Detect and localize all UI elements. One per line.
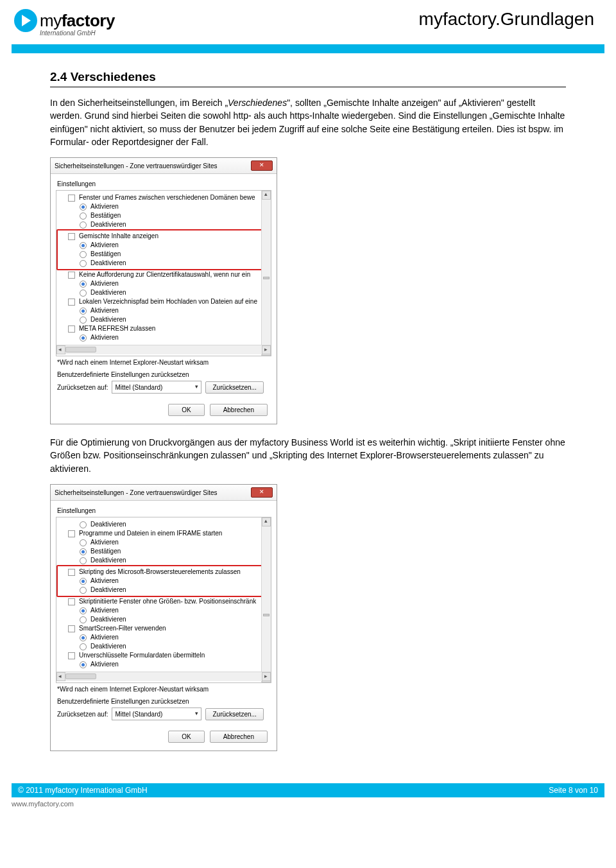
radio-icon[interactable] bbox=[80, 242, 87, 249]
radio-option[interactable]: Deaktivieren bbox=[80, 642, 268, 651]
intro-paragraph-2: Für die Optimierung von Druckvorgängen a… bbox=[50, 436, 566, 475]
tree-item[interactable]: Skriptinitiierte Fenster ohne Größen- bz… bbox=[68, 597, 268, 606]
checkbox-icon[interactable] bbox=[68, 625, 75, 632]
checkbox-icon[interactable] bbox=[68, 195, 75, 202]
radio-option[interactable]: Aktivieren bbox=[80, 333, 268, 342]
reset-combo[interactable]: Mittel (Standard) bbox=[112, 707, 201, 720]
settings-tree[interactable]: Fenster und Frames zwischen verschiedene… bbox=[56, 190, 271, 356]
ok-button[interactable]: OK bbox=[168, 404, 204, 416]
reset-label: Zurücksetzen auf: bbox=[57, 384, 108, 391]
radio-icon[interactable] bbox=[80, 221, 87, 229]
tree-item[interactable]: Keine Aufforderung zur Clientzertifikata… bbox=[68, 270, 268, 279]
radio-option[interactable]: Deaktivieren bbox=[80, 259, 268, 268]
content: 2.4 Verschiedenes In den Sicherheitseins… bbox=[0, 53, 616, 776]
reset-label: Zurücksetzen auf: bbox=[57, 711, 108, 718]
radio-option[interactable]: Aktivieren bbox=[80, 660, 268, 669]
tree-item[interactable]: Unverschlüsselte Formulardaten übermitte… bbox=[68, 651, 268, 660]
close-icon[interactable] bbox=[251, 487, 273, 498]
radio-option[interactable]: Aktivieren bbox=[80, 606, 268, 615]
radio-option[interactable]: Deaktivieren bbox=[80, 315, 268, 324]
radio-icon[interactable] bbox=[80, 308, 87, 315]
cancel-button[interactable]: Abbrechen bbox=[210, 404, 268, 416]
intro-paragraph-1: In den Sicherheitseinstellungen, im Bere… bbox=[50, 96, 566, 148]
scrollbar-vertical[interactable] bbox=[261, 517, 271, 682]
scrollbar-horizontal[interactable] bbox=[56, 672, 271, 681]
radio-icon[interactable] bbox=[80, 213, 87, 220]
ok-button[interactable]: OK bbox=[168, 731, 204, 743]
reset-combo[interactable]: Mittel (Standard) bbox=[112, 381, 201, 394]
radio-option[interactable]: Aktivieren bbox=[80, 633, 268, 642]
scrollbar-vertical[interactable] bbox=[261, 191, 271, 356]
checkbox-icon[interactable] bbox=[68, 299, 75, 306]
checkbox-icon[interactable] bbox=[68, 530, 75, 537]
dialog-title: Sicherheitseinstellungen - Zone vertraue… bbox=[55, 162, 217, 169]
close-icon[interactable] bbox=[251, 161, 273, 171]
checkbox-icon[interactable] bbox=[68, 652, 75, 659]
radio-option[interactable]: Deaktivieren bbox=[80, 615, 268, 624]
settings-tree[interactable]: Deaktivieren Programme und Dateien in ei… bbox=[56, 517, 271, 683]
tree-item[interactable]: META REFRESH zulassen bbox=[68, 324, 268, 333]
settings-group-label: Einstellungen bbox=[57, 507, 271, 514]
radio-icon[interactable] bbox=[80, 607, 87, 614]
restart-hint: *Wird nach einem Internet Explorer-Neust… bbox=[57, 686, 270, 693]
radio-option[interactable]: Aktivieren bbox=[80, 538, 268, 547]
radio-option[interactable]: Aktivieren bbox=[80, 577, 268, 586]
reset-button[interactable]: Zurücksetzen... bbox=[205, 381, 263, 394]
radio-icon[interactable] bbox=[80, 548, 87, 555]
radio-option[interactable]: Bestätigen bbox=[80, 250, 268, 259]
radio-icon[interactable] bbox=[80, 634, 87, 641]
tree-item[interactable]: Gemischte Inhalte anzeigen bbox=[68, 232, 268, 241]
radio-option[interactable]: Bestätigen bbox=[80, 547, 268, 556]
footer-url: www.myfactory.com bbox=[12, 800, 604, 808]
cancel-button[interactable]: Abbrechen bbox=[210, 731, 268, 743]
radio-option[interactable]: Aktivieren bbox=[80, 241, 268, 250]
checkbox-icon[interactable] bbox=[68, 598, 75, 605]
radio-option[interactable]: Deaktivieren bbox=[80, 520, 268, 529]
brand-text: myfactory bbox=[40, 11, 115, 31]
radio-option[interactable]: Deaktivieren bbox=[80, 288, 268, 297]
highlighted-setting: Skripting des Microsoft-Browsersteuerele… bbox=[56, 565, 270, 597]
reset-group-label: Benutzerdefinierte Einstellungen zurücks… bbox=[57, 371, 271, 378]
radio-icon[interactable] bbox=[80, 587, 87, 594]
tree-item[interactable]: Programme und Dateien in einem IFRAME st… bbox=[68, 529, 268, 538]
tree-item[interactable]: SmartScreen-Filter verwenden bbox=[68, 624, 268, 633]
checkbox-icon[interactable] bbox=[68, 326, 75, 333]
radio-icon[interactable] bbox=[80, 557, 87, 564]
radio-option[interactable]: Deaktivieren bbox=[80, 220, 268, 229]
reset-button[interactable]: Zurücksetzen... bbox=[205, 708, 263, 720]
radio-icon[interactable] bbox=[80, 204, 87, 211]
radio-icon[interactable] bbox=[80, 281, 87, 288]
tree-item[interactable]: Fenster und Frames zwischen verschiedene… bbox=[68, 193, 268, 202]
tree-item[interactable]: Skripting des Microsoft-Browsersteuerele… bbox=[68, 568, 268, 577]
radio-icon[interactable] bbox=[80, 260, 87, 267]
radio-icon[interactable] bbox=[80, 334, 87, 342]
page-title: myfactory.Grundlagen bbox=[419, 9, 594, 30]
radio-icon[interactable] bbox=[80, 539, 87, 546]
radio-option[interactable]: Aktivieren bbox=[80, 306, 268, 315]
radio-icon[interactable] bbox=[80, 661, 87, 668]
radio-icon[interactable] bbox=[80, 317, 87, 324]
radio-option[interactable]: Deaktivieren bbox=[80, 586, 268, 595]
radio-icon[interactable] bbox=[80, 251, 87, 258]
security-dialog-2: Sicherheitseinstellungen - Zone vertraue… bbox=[50, 484, 277, 751]
radio-icon[interactable] bbox=[80, 643, 87, 650]
footer-copyright: © 2011 myfactory International GmbH bbox=[18, 786, 148, 795]
radio-option[interactable]: Deaktivieren bbox=[80, 556, 268, 565]
checkbox-icon[interactable] bbox=[68, 233, 75, 240]
radio-icon[interactable] bbox=[80, 290, 87, 297]
checkbox-icon[interactable] bbox=[68, 272, 75, 279]
scrollbar-horizontal[interactable] bbox=[56, 345, 271, 354]
checkbox-icon[interactable] bbox=[68, 569, 75, 576]
radio-icon[interactable] bbox=[80, 578, 87, 585]
radio-option[interactable]: Bestätigen bbox=[80, 211, 268, 220]
footer-page-number: Seite 8 von 10 bbox=[549, 786, 598, 795]
radio-option[interactable]: Aktivieren bbox=[80, 202, 268, 211]
settings-group-label: Einstellungen bbox=[57, 180, 271, 187]
restart-hint: *Wird nach einem Internet Explorer-Neust… bbox=[57, 359, 270, 366]
radio-option[interactable]: Aktivieren bbox=[80, 279, 268, 288]
section-heading: 2.4 Verschiedenes bbox=[50, 70, 566, 87]
tree-item[interactable]: Lokalen Verzeichnispfad beim Hochladen v… bbox=[68, 297, 268, 306]
radio-icon[interactable] bbox=[80, 616, 87, 623]
radio-icon[interactable] bbox=[80, 521, 87, 528]
brand-subtitle: International GmbH bbox=[40, 30, 115, 37]
